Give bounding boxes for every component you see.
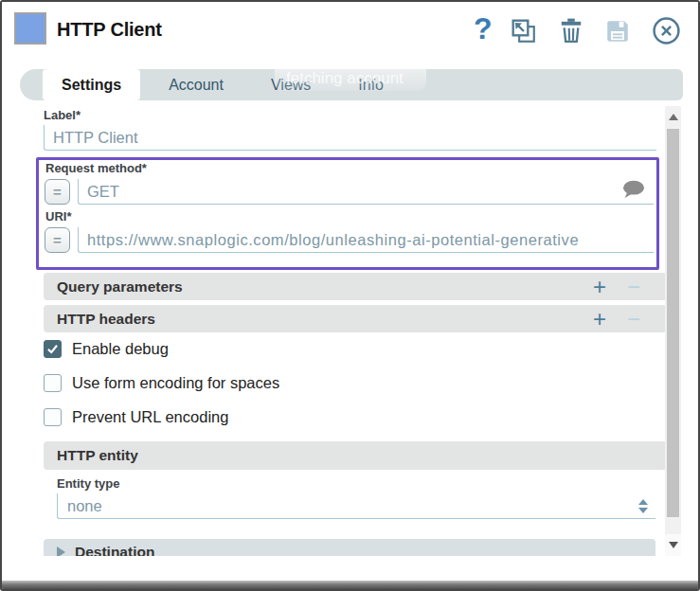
scroll-down-button[interactable] [665, 534, 681, 556]
prevent-url-encoding-row: Prevent URL encoding [44, 408, 228, 426]
prevent-url-encoding-label: Prevent URL encoding [72, 408, 228, 426]
request-method-value: GET [87, 183, 654, 201]
section-destination[interactable]: Destination [44, 539, 655, 556]
scroll-up-arrow-icon [669, 114, 678, 120]
entity-type-label: Entity type [57, 476, 119, 491]
spinner-down-icon[interactable] [638, 508, 648, 513]
dialog-title: HTTP Client [57, 19, 162, 41]
prevent-url-encoding-checkbox[interactable] [44, 408, 62, 426]
use-form-encoding-checkbox[interactable] [44, 374, 62, 392]
section-http-entity-title: HTTP entity [57, 447, 138, 464]
form-encoding-row: Use form encoding for spaces [44, 374, 279, 392]
tab-views-label: Views [271, 77, 311, 94]
http-client-settings-dialog: HTTP Client ? [0, 0, 700, 591]
spinner-up-icon[interactable] [638, 499, 648, 505]
tab-info-label: Info [358, 77, 384, 94]
section-query-parameters[interactable]: Query parameters + − [44, 273, 667, 300]
scroll-down-arrow-icon [669, 542, 678, 548]
request-method-expression-toggle[interactable]: = [45, 179, 70, 205]
section-http-entity[interactable]: HTTP entity [44, 441, 667, 470]
label-field-label: Label* [44, 108, 81, 122]
request-method-input[interactable]: GET [78, 179, 654, 205]
entity-type-select[interactable]: none [57, 493, 655, 519]
enable-debug-label: Enable debug [72, 340, 169, 358]
entity-type-value: none [67, 497, 638, 515]
uri-label: URI* [45, 209, 71, 224]
label-input[interactable]: HTTP Client [44, 125, 656, 151]
tab-info[interactable]: Info [339, 69, 403, 100]
spinner-arrows-icon[interactable] [638, 499, 648, 513]
enable-debug-row: Enable debug [44, 340, 169, 358]
tab-account[interactable]: Account [150, 69, 242, 100]
enable-debug-checkbox[interactable] [44, 340, 62, 358]
label-input-value: HTTP Client [53, 129, 656, 147]
disclosure-arrow-icon [57, 546, 65, 556]
close-icon[interactable] [652, 16, 681, 49]
section-http-headers-title: HTTP headers [57, 311, 155, 328]
help-icon[interactable]: ? [474, 11, 493, 46]
tab-settings[interactable]: Settings [43, 69, 140, 100]
uri-input[interactable]: https://www.snaplogic.com/blog/unleashin… [78, 227, 654, 253]
remove-row-icon[interactable]: − [627, 308, 640, 331]
pop-out-icon[interactable] [511, 18, 537, 48]
request-method-label: Request method* [45, 161, 147, 175]
section-query-parameters-title: Query parameters [57, 278, 183, 296]
uri-expression-toggle[interactable]: = [45, 227, 70, 253]
clipped-section-wrapper: Destination [44, 539, 655, 556]
snap-color-swatch [14, 12, 46, 45]
tab-account-label: Account [169, 77, 224, 94]
trash-icon[interactable] [558, 17, 584, 47]
bottom-panel-edge [2, 581, 698, 589]
section-destination-title: Destination [75, 544, 154, 556]
scrollbar-thumb[interactable] [667, 129, 679, 517]
scroll-up-button[interactable] [665, 106, 681, 127]
add-row-icon[interactable]: + [593, 276, 606, 298]
remove-row-icon[interactable]: − [627, 276, 640, 298]
add-row-icon[interactable]: + [593, 308, 606, 331]
vertical-scrollbar[interactable] [665, 106, 681, 556]
tab-settings-label: Settings [62, 77, 121, 94]
comment-bubble-icon[interactable] [621, 180, 646, 203]
title-bar: HTTP Client ? [2, 2, 698, 61]
uri-value: https://www.snaplogic.com/blog/unleashin… [87, 231, 654, 249]
use-form-encoding-label: Use form encoding for spaces [72, 374, 279, 392]
section-http-headers[interactable]: HTTP headers + − [44, 305, 667, 332]
tab-bar: Settings Account Views Info [20, 69, 683, 100]
tab-views[interactable]: Views [252, 69, 330, 100]
save-icon[interactable] [604, 18, 631, 48]
